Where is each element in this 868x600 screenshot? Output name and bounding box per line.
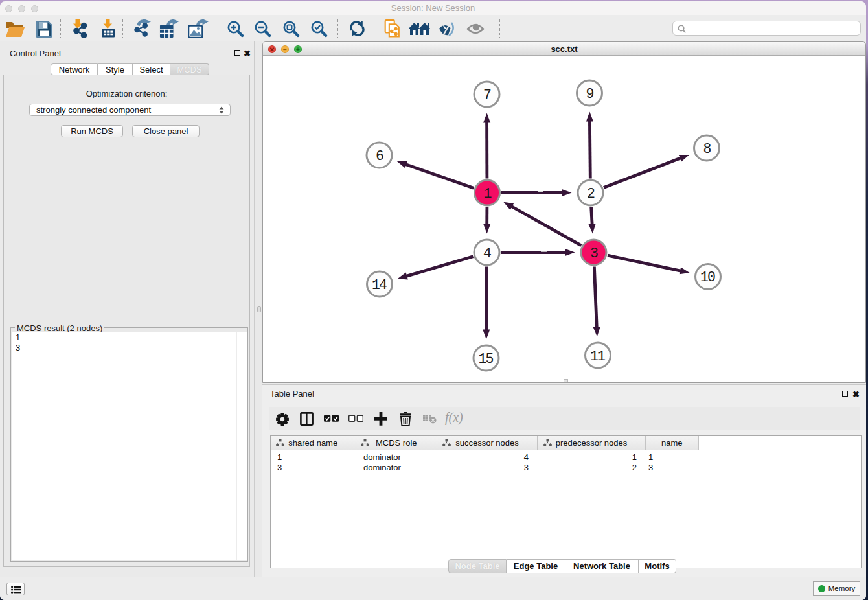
svg-text:15: 15 xyxy=(479,351,494,367)
svg-text:4: 4 xyxy=(483,246,491,261)
svg-text:3: 3 xyxy=(590,246,598,261)
svg-text:7: 7 xyxy=(483,87,491,103)
svg-text:11: 11 xyxy=(590,349,605,364)
svg-text:2: 2 xyxy=(587,186,595,202)
svg-text:9: 9 xyxy=(586,86,594,102)
svg-text:1: 1 xyxy=(484,186,492,202)
svg-text:6: 6 xyxy=(376,148,383,164)
svg-text:14: 14 xyxy=(372,277,387,293)
svg-text:8: 8 xyxy=(703,141,711,157)
svg-text:10: 10 xyxy=(700,270,715,285)
